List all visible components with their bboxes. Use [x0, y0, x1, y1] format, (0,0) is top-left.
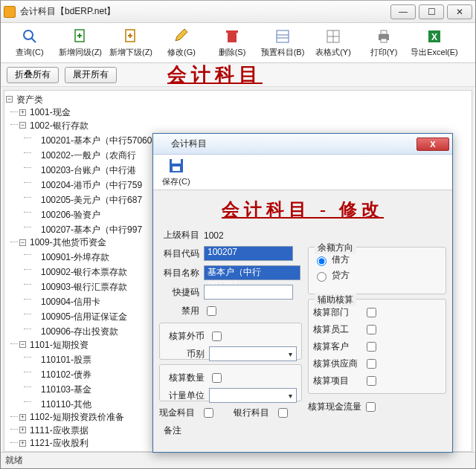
- debit-label: 借方: [332, 253, 350, 266]
- tree-node[interactable]: 100201-基本户（中行570600）: [33, 135, 166, 146]
- collapse-all-button[interactable]: 折叠所有: [7, 67, 59, 83]
- toolbar-export-button[interactable]: X导出Excel(E): [410, 25, 459, 61]
- tree-node[interactable]: 100204-港币户（中行759: [33, 179, 142, 191]
- tree-node[interactable]: 100906-存出投资款: [33, 326, 118, 337]
- toolbar-query-button[interactable]: 查询(C): [5, 25, 54, 61]
- expand-icon[interactable]: +: [19, 109, 26, 116]
- tree-node[interactable]: 100901-外埠存款: [33, 251, 109, 263]
- tree-node[interactable]: 100206-验资户: [33, 209, 100, 221]
- toolbar-format-button[interactable]: 表格式(Y): [309, 25, 358, 61]
- aux-proj-label: 核算项目: [313, 375, 364, 387]
- expand-icon[interactable]: +: [19, 440, 26, 447]
- tree-node[interactable]: −1002-银行存款: [19, 120, 89, 132]
- collapse-icon[interactable]: −: [6, 96, 13, 103]
- cash-account-label: 现金科目: [159, 407, 195, 419]
- tree-node[interactable]: −1101-短期投资: [19, 339, 89, 351]
- currency-combo[interactable]: [209, 346, 297, 361]
- currency-label: 币别: [164, 348, 209, 360]
- aux-cust-checkbox[interactable]: [367, 342, 376, 352]
- collapse-icon[interactable]: −: [19, 122, 26, 129]
- code-label: 科目代码: [159, 248, 204, 260]
- tree-node-label: 1111-应收票据: [30, 424, 89, 436]
- shortcut-input[interactable]: [204, 285, 293, 300]
- parent-code-value: 1002: [204, 230, 224, 241]
- tree-node[interactable]: 100205-美元户（中行687: [33, 194, 142, 206]
- tree-node[interactable]: 100903-银行汇票存款: [33, 281, 127, 293]
- tree-node[interactable]: 110102-债券: [33, 369, 91, 381]
- tree-node[interactable]: −资产类: [6, 94, 43, 106]
- cashflow-checkbox[interactable]: [366, 402, 376, 412]
- svg-rect-7: [226, 30, 238, 33]
- aux-dept-checkbox[interactable]: [367, 308, 376, 317]
- cashflow-label: 核算现金流量: [308, 401, 361, 413]
- cash-account-checkbox[interactable]: [204, 408, 213, 418]
- window-title: 会计科目【bdERP.net】: [20, 5, 387, 18]
- svg-rect-20: [172, 159, 181, 164]
- tree-node[interactable]: −1009-其他货币资金: [19, 236, 106, 248]
- toolbar-addChild-button[interactable]: 新增下级(Z): [106, 25, 155, 61]
- tree-node-label: 110110-其他: [41, 398, 91, 410]
- tree-node-label: 100207-基本户（中行997: [41, 224, 142, 236]
- aux-dept-label: 核算部门: [313, 306, 364, 319]
- trash-icon: [223, 28, 241, 45]
- tree-node[interactable]: +1111-应收票据: [19, 424, 89, 436]
- toolbar-edit-button[interactable]: 修改(G): [157, 25, 206, 61]
- tree-node[interactable]: +1121-应收股利: [19, 437, 89, 449]
- debit-radio[interactable]: [317, 256, 327, 266]
- toolbar-print-button[interactable]: 打印(Y): [359, 25, 408, 61]
- bank-account-label: 银行科目: [234, 407, 269, 419]
- printer-icon: [375, 28, 393, 45]
- tree-node[interactable]: 110103-基金: [33, 384, 91, 395]
- svg-line-1: [31, 38, 36, 42]
- quantity-checkbox[interactable]: [212, 373, 222, 383]
- expand-icon[interactable]: +: [19, 414, 26, 421]
- dialog-titlebar: 会计科目 X: [153, 134, 452, 155]
- bank-account-checkbox[interactable]: [278, 408, 288, 418]
- aux-supp-checkbox[interactable]: [367, 359, 376, 369]
- app-icon: [4, 6, 16, 18]
- maximize-button[interactable]: ☐: [419, 4, 444, 19]
- tree-node[interactable]: 100905-信用证保证金: [33, 311, 127, 323]
- tree-node[interactable]: 110110-其他: [33, 398, 91, 410]
- toolbar-label: 新增下级(Z): [109, 47, 152, 58]
- toolbar-preset-button[interactable]: 预置科目(B): [258, 25, 307, 61]
- disabled-checkbox[interactable]: [207, 306, 216, 316]
- code-input[interactable]: 100207: [204, 246, 293, 261]
- tree-node[interactable]: 100207-基本户（中行997: [33, 224, 142, 236]
- foreign-currency-checkbox[interactable]: [212, 331, 222, 341]
- expand-icon[interactable]: +: [19, 427, 26, 433]
- expand-all-button[interactable]: 展开所有: [65, 67, 117, 83]
- tree-node[interactable]: 100202-一般户（农商行: [33, 149, 136, 161]
- aux-emp-label: 核算员工: [313, 323, 364, 336]
- minimize-button[interactable]: —: [390, 4, 416, 19]
- disabled-label: 禁用: [159, 305, 204, 317]
- status-bar: 就绪: [1, 452, 475, 468]
- tree-node[interactable]: 110101-股票: [33, 354, 91, 366]
- name-input[interactable]: 基本户（中行997707）: [204, 265, 300, 280]
- tree-node-label: 1102-短期投资跌价准备: [30, 411, 124, 423]
- save-icon: [167, 157, 185, 175]
- unit-combo[interactable]: [209, 388, 297, 403]
- tree-node[interactable]: +1001-现金: [19, 106, 71, 118]
- toolbar-addSibling-button[interactable]: 新增同级(Z): [56, 25, 105, 61]
- aux-emp-checkbox[interactable]: [367, 325, 376, 334]
- save-button[interactable]: 保存(C): [158, 157, 195, 187]
- collapse-icon[interactable]: −: [19, 239, 26, 246]
- collapse-icon[interactable]: −: [19, 341, 26, 348]
- toolbar-label: 删除(S): [219, 47, 246, 58]
- toolbar-label: 修改(G): [167, 47, 196, 58]
- shortcut-label: 快捷码: [159, 286, 204, 299]
- tree-node[interactable]: +1122-应收利息: [19, 450, 89, 452]
- tree-node[interactable]: 100203-台账户（中行港: [33, 164, 136, 176]
- tree-node[interactable]: 100902-银行本票存款: [33, 266, 127, 278]
- tree-node[interactable]: 100904-信用卡: [33, 296, 100, 308]
- aux-group-title: 辅助核算: [315, 294, 356, 306]
- aux-proj-checkbox[interactable]: [367, 376, 376, 386]
- dialog-title: 会计科目: [171, 138, 416, 150]
- svg-rect-16: [381, 39, 387, 42]
- toolbar-delete-button[interactable]: 删除(S): [208, 25, 257, 61]
- credit-radio[interactable]: [317, 272, 327, 282]
- dialog-close-button[interactable]: X: [416, 138, 449, 151]
- close-button[interactable]: ✕: [447, 4, 472, 19]
- tree-node[interactable]: +1102-短期投资跌价准备: [19, 411, 124, 423]
